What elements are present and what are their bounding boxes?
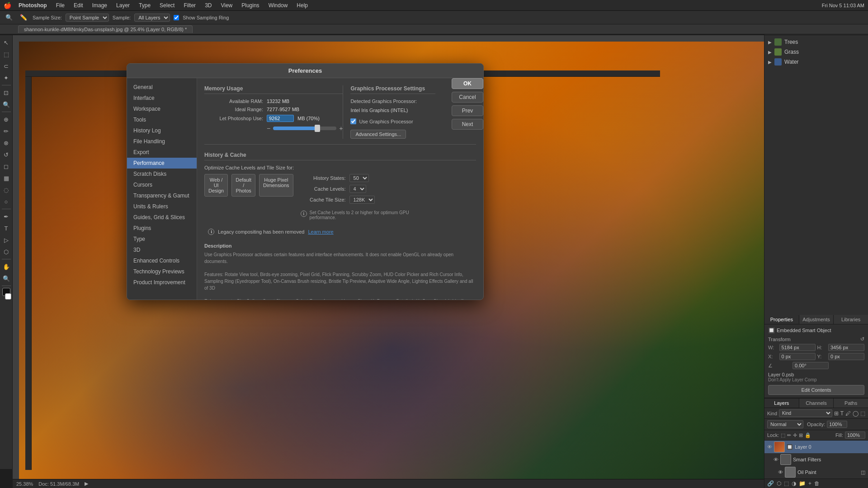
memory-slider[interactable] — [273, 127, 336, 130]
prev-button[interactable]: Prev — [452, 105, 483, 116]
default-photos-button[interactable]: Default / Photos — [231, 174, 255, 197]
menu-filter[interactable]: Filter — [182, 2, 198, 9]
cache-tile-select[interactable]: 128K — [349, 196, 375, 204]
sample-select[interactable]: All Layers — [134, 14, 170, 22]
lock-image-icon[interactable]: ✏ — [787, 432, 791, 438]
x-input[interactable] — [779, 353, 816, 360]
tab-adjustments[interactable]: Adjustments — [799, 315, 834, 324]
path-select-tool[interactable]: ▷ — [1, 235, 12, 245]
menu-plugins[interactable]: Plugins — [240, 2, 261, 9]
nav-tools[interactable]: Tools — [127, 114, 197, 125]
layer-vis-1[interactable]: 👁 — [774, 457, 778, 462]
crop-tool[interactable]: ⊡ — [1, 87, 12, 98]
layer-item-1[interactable]: 👁 Smart Filters — [764, 453, 868, 466]
add-style-btn[interactable]: ⬡ — [777, 480, 781, 487]
y-input[interactable] — [828, 353, 864, 360]
nav-technology-previews[interactable]: Technology Previews — [127, 266, 197, 277]
nav-cursors[interactable]: Cursors — [127, 179, 197, 190]
nav-workspace[interactable]: Workspace — [127, 103, 197, 114]
tab-paths[interactable]: Paths — [834, 399, 868, 408]
nav-file-handling[interactable]: File Handling — [127, 136, 197, 147]
move-tool[interactable]: ↖ — [1, 37, 12, 48]
menu-image[interactable]: Image — [90, 2, 109, 9]
filter-icon-2[interactable]: T — [840, 410, 844, 417]
background-color[interactable] — [5, 293, 11, 300]
lasso-tool[interactable]: ⊂ — [1, 61, 12, 71]
pattern-trees[interactable]: ▶ Trees — [766, 37, 866, 47]
menu-select[interactable]: Select — [158, 2, 176, 9]
file-tab[interactable]: shannon-kunkle-dM8lNmkyDas-unsplash.jpg … — [18, 25, 193, 33]
web-ui-button[interactable]: Web / UI Design — [204, 174, 228, 197]
edit-contents-button[interactable]: Edit Contents — [768, 385, 864, 395]
clone-tool[interactable]: ⊗ — [1, 137, 12, 148]
blur-tool[interactable]: ◌ — [1, 184, 12, 195]
cache-levels-select[interactable]: 4 — [349, 185, 366, 193]
pattern-grass[interactable]: ▶ Grass — [766, 47, 866, 57]
brush-tool[interactable]: ✏ — [1, 126, 12, 136]
next-button[interactable]: Next — [452, 119, 483, 130]
app-name[interactable]: Photoshop — [17, 2, 49, 9]
blend-mode-select[interactable]: Normal — [767, 420, 803, 428]
h-input[interactable] — [828, 344, 864, 351]
eyedropper-tool[interactable]: 🔍 — [1, 99, 12, 110]
menu-view[interactable]: View — [219, 2, 234, 9]
slider-plus-icon[interactable]: + — [339, 125, 343, 132]
select-tool[interactable]: ⬚ — [1, 49, 12, 60]
layers-filter-select[interactable]: Kind — [779, 409, 832, 417]
let-photoshop-input[interactable] — [267, 115, 294, 122]
nav-enhanced-controls[interactable]: Enhanced Controls — [127, 255, 197, 266]
nav-scratch-disks[interactable]: Scratch Disks — [127, 169, 197, 179]
hand-tool[interactable]: ✋ — [1, 261, 12, 272]
history-brush-tool[interactable]: ↺ — [1, 149, 12, 160]
tab-layers[interactable]: Layers — [764, 399, 799, 408]
filter-icon-1[interactable]: ⊞ — [834, 410, 839, 417]
lock-artboard-icon[interactable]: ⊞ — [799, 432, 803, 438]
filter-icon-4[interactable]: ◯ — [853, 410, 859, 417]
shape-tool[interactable]: ⬡ — [1, 246, 12, 257]
nav-general[interactable]: General — [127, 82, 197, 93]
opacity-input[interactable] — [827, 421, 847, 428]
nav-units-rulers[interactable]: Units & Rulers — [127, 201, 197, 212]
toolbar-tool-icon[interactable]: 🔍 — [4, 12, 14, 23]
show-sampling-ring-checkbox[interactable] — [174, 15, 179, 20]
w-input[interactable] — [779, 344, 816, 351]
menu-type[interactable]: Type — [137, 2, 152, 9]
menu-3d[interactable]: 3D — [203, 2, 213, 9]
learn-more-link[interactable]: Learn more — [308, 229, 333, 235]
apple-icon[interactable]: 🍎 — [4, 2, 11, 9]
huge-pixel-button[interactable]: Huge Pixel Dimensions — [259, 174, 293, 197]
lock-all-icon[interactable]: 🔒 — [805, 432, 811, 438]
use-gpu-checkbox[interactable] — [350, 118, 356, 124]
angle-input[interactable] — [793, 362, 829, 369]
eraser-tool[interactable]: ◻ — [1, 161, 12, 172]
history-states-select[interactable]: 50 — [349, 174, 369, 182]
cancel-button[interactable]: Cancel — [452, 92, 483, 103]
nav-product-improvement[interactable]: Product Improvement — [127, 277, 197, 288]
nav-history-log[interactable]: History Log — [127, 125, 197, 136]
new-layer-btn[interactable]: + — [808, 480, 811, 487]
toolbar-brush-icon[interactable]: ✏️ — [18, 12, 29, 23]
menu-window[interactable]: Window — [267, 2, 290, 9]
nav-interface[interactable]: Interface — [127, 93, 197, 103]
filter-icon-5[interactable]: ⬚ — [860, 410, 865, 417]
new-fill-btn[interactable]: ◑ — [792, 480, 796, 487]
dodge-tool[interactable]: ○ — [1, 196, 12, 207]
menu-help[interactable]: Help — [295, 2, 310, 9]
filter-icon-3[interactable]: 🖊 — [845, 410, 851, 417]
new-group-btn[interactable]: 📁 — [799, 480, 806, 487]
menu-file[interactable]: File — [54, 2, 66, 9]
menu-edit[interactable]: Edit — [72, 2, 85, 9]
reset-transform-icon[interactable]: ↺ — [860, 336, 864, 342]
lock-position-icon[interactable]: ✛ — [793, 432, 797, 438]
lock-transparent-icon[interactable]: ⬚ — [781, 432, 785, 438]
layer-vis-0[interactable]: 👁 — [767, 444, 772, 450]
nav-type[interactable]: Type — [127, 234, 197, 244]
nav-export[interactable]: Export — [127, 147, 197, 158]
ok-button[interactable]: OK — [452, 78, 483, 89]
pen-tool[interactable]: ✒ — [1, 211, 12, 222]
tab-properties[interactable]: Properties — [764, 315, 799, 324]
tab-channels[interactable]: Channels — [799, 399, 834, 408]
add-mask-btn[interactable]: ⬚ — [784, 480, 789, 487]
nav-performance[interactable]: Performance — [127, 158, 197, 169]
nav-transparency[interactable]: Transparency & Gamut — [127, 190, 197, 201]
